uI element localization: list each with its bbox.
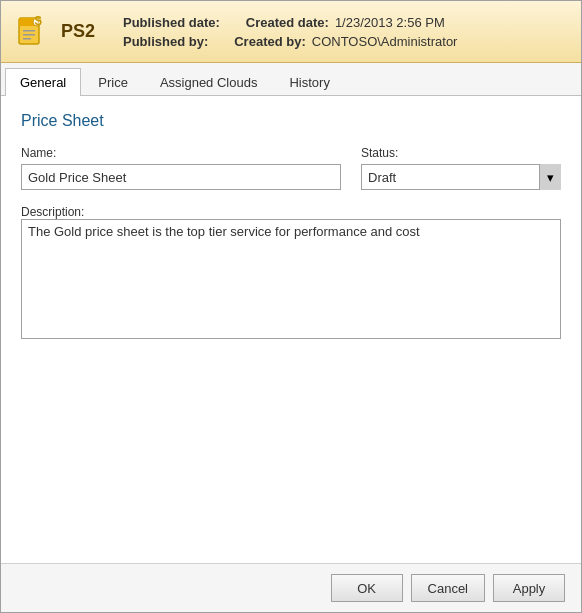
apply-button[interactable]: Apply [493, 574, 565, 602]
main-window: $ PS2 Published date: Created date: 1/23… [0, 0, 582, 613]
svg-text:$: $ [35, 16, 43, 28]
description-textarea[interactable]: The Gold price sheet is the top tier ser… [21, 219, 561, 339]
created-by-label: Created by: [234, 34, 306, 49]
name-status-row: Name: Status: Draft Active Retired ▾ [21, 146, 561, 190]
ps2-icon: $ [13, 14, 49, 50]
header-row-2: Published by: Created by: CONTOSO\Admini… [123, 34, 569, 49]
tab-price[interactable]: Price [83, 68, 143, 96]
ok-button[interactable]: OK [331, 574, 403, 602]
svg-rect-6 [23, 38, 31, 40]
published-by-label: Published by: [123, 34, 208, 49]
created-date-value: 1/23/2013 2:56 PM [335, 15, 445, 30]
status-label: Status: [361, 146, 561, 160]
name-field-group: Name: [21, 146, 341, 190]
published-date-item: Published date: [123, 15, 226, 30]
tab-history[interactable]: History [274, 68, 344, 96]
tab-assigned-clouds[interactable]: Assigned Clouds [145, 68, 273, 96]
header: $ PS2 Published date: Created date: 1/23… [1, 1, 581, 63]
cancel-button[interactable]: Cancel [411, 574, 485, 602]
status-select[interactable]: Draft Active Retired [361, 164, 561, 190]
published-by-item: Published by: [123, 34, 214, 49]
created-by-item: Created by: CONTOSO\Administrator [234, 34, 457, 49]
description-label: Description: [21, 205, 84, 219]
svg-rect-4 [23, 30, 35, 32]
header-meta: Published date: Created date: 1/23/2013 … [123, 15, 569, 49]
status-field-group: Status: Draft Active Retired ▾ [361, 146, 561, 190]
created-by-value: CONTOSO\Administrator [312, 34, 458, 49]
created-date-item: Created date: 1/23/2013 2:56 PM [246, 15, 445, 30]
window-title: PS2 [61, 21, 111, 42]
tab-bar: General Price Assigned Clouds History [1, 63, 581, 96]
description-field-group: Description: The Gold price sheet is the… [21, 204, 561, 342]
footer: OK Cancel Apply [1, 563, 581, 612]
status-select-wrapper: Draft Active Retired ▾ [361, 164, 561, 190]
svg-rect-5 [23, 34, 35, 36]
tab-content: Price Sheet Name: Status: Draft Active R… [1, 96, 581, 563]
published-date-label: Published date: [123, 15, 220, 30]
tab-general[interactable]: General [5, 68, 81, 96]
section-title: Price Sheet [21, 112, 561, 130]
created-date-label: Created date: [246, 15, 329, 30]
header-row-1: Published date: Created date: 1/23/2013 … [123, 15, 569, 30]
name-label: Name: [21, 146, 341, 160]
name-input[interactable] [21, 164, 341, 190]
